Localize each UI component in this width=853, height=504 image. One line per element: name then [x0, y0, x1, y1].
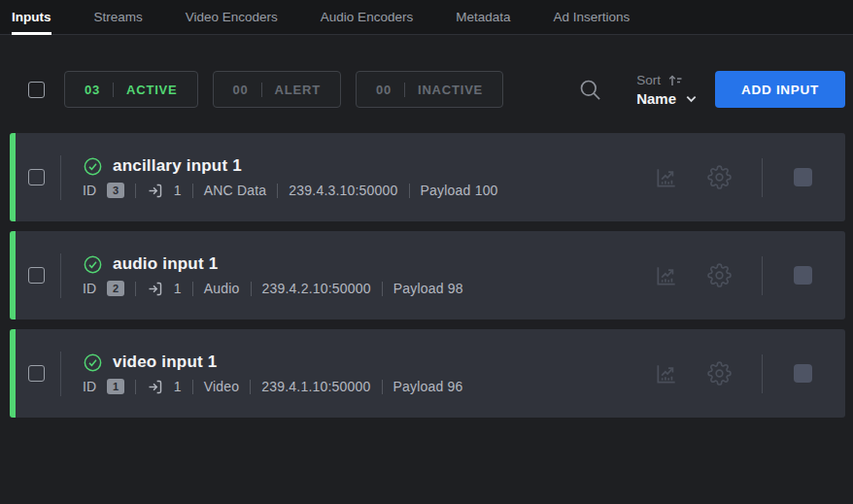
- divider: [382, 282, 383, 296]
- filter-active-count: 03: [85, 83, 100, 97]
- tab-metadata[interactable]: Metadata: [456, 0, 510, 34]
- divider: [192, 282, 193, 296]
- sort-control[interactable]: Sort Name: [636, 73, 698, 107]
- input-type: Audio: [204, 281, 240, 296]
- row-actions: [654, 256, 845, 295]
- filter-alert-label: ALERT: [275, 83, 321, 97]
- search-icon: [577, 77, 603, 103]
- input-name: ancillary input 1: [113, 156, 242, 176]
- status-ok-icon: [83, 254, 103, 275]
- tab-video-encoders[interactable]: Video Encoders: [186, 0, 278, 34]
- stream-count: 1: [174, 183, 182, 198]
- row-toggle-square[interactable]: [794, 266, 812, 285]
- input-row-audio[interactable]: audio input 1 ID 2 1 Audio 239.4.2.10:50: [10, 231, 845, 319]
- input-name: audio input 1: [113, 254, 218, 274]
- status-ok-icon: [83, 156, 103, 177]
- input-address: 239.4.1.10:50000: [261, 379, 370, 394]
- row-actions: [654, 354, 845, 393]
- filter-divider: [404, 83, 405, 97]
- status-ok-icon: [83, 353, 103, 373]
- row-checkbox[interactable]: [28, 267, 45, 284]
- stats-icon[interactable]: [654, 263, 679, 288]
- status-filters: 03 ACTIVE 00 ALERT 00 INACTIVE: [64, 71, 503, 108]
- divider: [409, 184, 410, 198]
- gear-icon[interactable]: [707, 361, 732, 386]
- row-checkbox[interactable]: [28, 169, 45, 185]
- filter-inactive-button[interactable]: 00 INACTIVE: [356, 71, 503, 108]
- id-badge: 2: [107, 281, 123, 296]
- input-payload: Payload 96: [393, 379, 463, 394]
- divider: [762, 354, 763, 393]
- toolbar: 03 ACTIVE 00 ALERT 00 INACTIVE Sort: [0, 70, 853, 109]
- divider: [251, 282, 252, 296]
- row-content: audio input 1 ID 2 1 Audio 239.4.2.10:50: [83, 254, 463, 297]
- id-label: ID: [83, 183, 96, 198]
- input-row-ancillary[interactable]: ancillary input 1 ID 3 1 ANC Data 239.4.: [10, 133, 845, 221]
- filter-inactive-count: 00: [376, 83, 392, 97]
- input-payload: Payload 98: [393, 281, 463, 296]
- input-row-video[interactable]: video input 1 ID 1 1 Video 239.4.1.10:50: [10, 329, 845, 418]
- select-all-checkbox[interactable]: [28, 82, 45, 98]
- input-type: ANC Data: [204, 183, 267, 198]
- divider: [762, 158, 763, 197]
- id-label: ID: [83, 281, 96, 296]
- input-address: 239.4.2.10:50000: [262, 281, 371, 296]
- divider: [277, 184, 278, 198]
- gear-icon[interactable]: [707, 263, 732, 287]
- row-toggle-square[interactable]: [794, 168, 812, 186]
- tab-audio-encoders[interactable]: Audio Encoders: [321, 0, 413, 34]
- divider: [60, 253, 61, 298]
- stats-icon[interactable]: [654, 165, 679, 190]
- filter-divider: [261, 83, 262, 97]
- sort-icon: [667, 73, 683, 88]
- id-label: ID: [83, 379, 96, 394]
- chevron-down-icon: [685, 92, 698, 105]
- filter-inactive-label: INACTIVE: [418, 83, 483, 97]
- row-checkbox[interactable]: [28, 365, 45, 382]
- input-name: video input 1: [113, 353, 217, 372]
- stream-count: 1: [174, 281, 182, 296]
- filter-active-button[interactable]: 03 ACTIVE: [64, 71, 198, 108]
- stream-input-icon: [147, 379, 163, 395]
- row-actions: [654, 158, 845, 197]
- divider: [135, 282, 136, 296]
- top-navigation: Inputs Streams Video Encoders Audio Enco…: [0, 0, 853, 35]
- input-type: Video: [204, 379, 240, 394]
- tab-streams[interactable]: Streams: [94, 0, 143, 34]
- divider: [135, 184, 136, 198]
- filter-alert-count: 00: [233, 83, 249, 97]
- divider: [250, 380, 251, 394]
- id-badge: 3: [107, 183, 123, 198]
- divider: [192, 184, 193, 198]
- inputs-list: ancillary input 1 ID 3 1 ANC Data 239.4.: [0, 133, 853, 418]
- divider: [60, 352, 61, 396]
- row-content: video input 1 ID 1 1 Video 239.4.1.10:50: [83, 353, 463, 395]
- add-input-button[interactable]: ADD INPUT: [715, 71, 845, 108]
- sort-label: Sort: [636, 73, 661, 87]
- search-button[interactable]: [577, 77, 603, 103]
- stats-icon[interactable]: [654, 361, 679, 386]
- filter-alert-button[interactable]: 00 ALERT: [213, 71, 341, 108]
- divider: [192, 380, 193, 394]
- sort-value: Name: [636, 90, 676, 107]
- divider: [762, 256, 763, 295]
- stream-count: 1: [174, 379, 182, 394]
- input-payload: Payload 100: [421, 183, 498, 198]
- gear-icon[interactable]: [707, 165, 732, 189]
- filter-divider: [113, 83, 114, 97]
- id-badge: 1: [107, 379, 123, 394]
- filter-active-label: ACTIVE: [126, 83, 177, 97]
- divider: [60, 155, 61, 200]
- stream-input-icon: [147, 281, 163, 297]
- divider: [382, 380, 383, 394]
- stream-input-icon: [147, 183, 163, 199]
- divider: [135, 380, 136, 394]
- tab-ad-insertions[interactable]: Ad Insertions: [553, 0, 630, 34]
- tab-inputs[interactable]: Inputs: [12, 0, 51, 34]
- row-toggle-square[interactable]: [794, 364, 812, 383]
- input-address: 239.4.3.10:50000: [289, 183, 397, 198]
- row-content: ancillary input 1 ID 3 1 ANC Data 239.4.: [83, 156, 498, 199]
